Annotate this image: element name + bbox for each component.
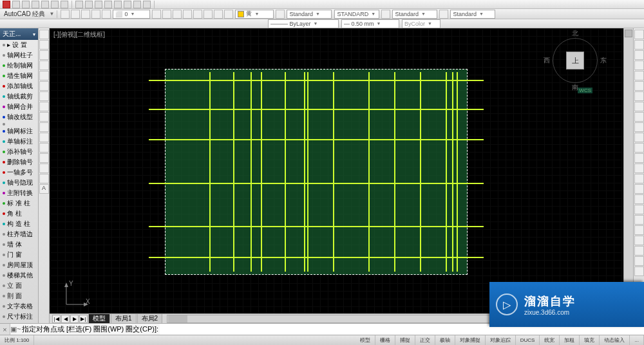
tab-model[interactable]: 模型 [88, 313, 110, 324]
tangent-item[interactable]: 柱齐墙边 [0, 229, 38, 239]
status-toggle[interactable]: 正交 [415, 335, 435, 345]
scale-icon[interactable] [634, 133, 644, 142]
trim-icon[interactable] [634, 91, 644, 101]
qat-open-icon[interactable] [22, 1, 30, 8]
rotate-icon[interactable] [634, 50, 644, 60]
move-icon[interactable] [634, 30, 644, 39]
status-toggle[interactable]: 填充 [580, 335, 600, 345]
textstyle-1-dropdown[interactable]: Standard▼ [287, 10, 332, 19]
status-toggle[interactable]: ... [630, 335, 644, 345]
tangent-item[interactable]: 添补轴号 [0, 147, 38, 157]
properties-icon[interactable] [634, 236, 644, 245]
tool-icon[interactable] [381, 10, 390, 19]
tangent-item[interactable]: 尺寸标注 [0, 312, 38, 322]
qat-misc-1-icon[interactable] [75, 1, 83, 8]
circle-icon[interactable] [39, 50, 49, 60]
close-cmdline-icon[interactable]: × [0, 324, 10, 335]
tool-icon[interactable] [214, 10, 223, 19]
align-icon[interactable] [634, 205, 644, 214]
tangent-item[interactable]: 轴线裁剪 [0, 91, 38, 102]
tool-icon[interactable] [71, 10, 80, 19]
viewcube[interactable]: 上 北 南 西 东 WCS [546, 32, 604, 89]
tangent-item[interactable]: 添加轴线 [0, 81, 38, 91]
tool-icon[interactable] [183, 10, 192, 19]
tangent-item[interactable]: 标 准 柱 [0, 198, 38, 209]
qat-misc-7-icon[interactable] [133, 1, 141, 8]
insert-icon[interactable] [39, 143, 49, 153]
region-icon[interactable] [39, 163, 49, 173]
vertical-scrollbar[interactable] [623, 28, 633, 323]
qat-save-icon[interactable] [32, 1, 39, 8]
status-toggle[interactable]: 动态输入 [600, 335, 630, 345]
tangent-item[interactable]: 立 面 [0, 281, 38, 291]
tangent-item[interactable]: 墙 体 [0, 239, 38, 250]
qat-misc-5-icon[interactable] [114, 1, 122, 8]
polygon-icon[interactable] [39, 81, 49, 91]
qat-plot-icon[interactable] [41, 1, 49, 8]
tab-layout2[interactable]: 布局2 [137, 313, 163, 324]
spline-icon[interactable] [39, 102, 49, 111]
qat-misc-2-icon[interactable] [85, 1, 93, 8]
plotstyle-dropdown[interactable]: ByColor▼ [402, 19, 440, 28]
app-menu-icon[interactable] [3, 1, 10, 8]
rectangle-icon[interactable] [39, 71, 49, 80]
tool-icon[interactable] [102, 10, 111, 19]
tangent-panel-title[interactable]: 天正...▾ [0, 28, 38, 40]
chamfer-icon[interactable] [634, 122, 644, 132]
tab-next-icon[interactable]: ▶ [70, 315, 79, 323]
tangent-item[interactable]: 房间屋顶 [0, 260, 38, 270]
tool-icon[interactable] [204, 10, 213, 19]
lineweight-dropdown[interactable]: — 0.50 mm▼ [341, 19, 399, 28]
tool-icon[interactable] [193, 10, 202, 19]
tangent-item[interactable]: 构 造 柱 [0, 219, 38, 229]
tangent-item[interactable]: 轴号隐现 [0, 178, 38, 188]
tangent-item[interactable]: 门 窗 [0, 250, 38, 260]
tab-layout1[interactable]: 布局1 [111, 313, 137, 324]
workspace-switcher[interactable]: AutoCAD 经典 [0, 10, 49, 19]
tangent-item[interactable]: 轴改线型 [0, 112, 38, 122]
explode-icon[interactable] [634, 153, 644, 163]
other-icon[interactable] [634, 266, 644, 276]
color-dropdown[interactable]: 黄 ▼ [235, 10, 274, 19]
tangent-item[interactable]: 轴网柱子 [0, 50, 38, 61]
ellipse-icon[interactable] [39, 91, 49, 101]
qat-misc-3-icon[interactable] [95, 1, 102, 8]
join-icon[interactable] [634, 174, 644, 183]
fillet-icon[interactable] [634, 112, 644, 122]
lengthen-icon[interactable] [634, 194, 644, 204]
tool-icon[interactable] [224, 10, 233, 19]
viewport-label[interactable]: [-][俯视][二维线框] [53, 30, 105, 39]
tangent-item[interactable]: 一轴多号 [0, 167, 38, 178]
hatch-icon[interactable] [39, 112, 49, 122]
array-icon[interactable] [634, 81, 644, 91]
qat-undo-icon[interactable] [51, 1, 59, 8]
erase-icon[interactable] [634, 163, 644, 173]
tangent-item[interactable]: 剖 面 [0, 291, 38, 301]
dimstyle-dropdown[interactable]: STANDARD▼ [334, 10, 379, 19]
tangent-item[interactable]: 单轴标注 [0, 136, 38, 147]
tab-last-icon[interactable]: ▶| [79, 315, 88, 323]
arc-icon[interactable] [39, 61, 49, 70]
status-toggle[interactable]: 栅格 [375, 335, 395, 345]
tablestyle-dropdown[interactable]: Standard▼ [392, 10, 437, 19]
palette-icon[interactable] [634, 256, 644, 266]
tab-first-icon[interactable]: |◀ [52, 315, 61, 323]
status-toggle[interactable]: DUCS [516, 335, 540, 345]
mirror-icon[interactable] [634, 61, 644, 70]
mleader-dropdown[interactable]: Standard▼ [450, 10, 495, 19]
mtext-icon[interactable] [39, 174, 49, 183]
measure-icon[interactable] [634, 225, 644, 235]
tool-icon[interactable] [81, 10, 90, 19]
tangent-item[interactable]: 轴网合并 [0, 102, 38, 112]
text-icon[interactable] [39, 184, 49, 194]
status-toggle[interactable]: 线宽 [540, 335, 560, 345]
copy-icon[interactable] [634, 40, 644, 50]
status-toggle[interactable]: 加粗 [560, 335, 580, 345]
linetype-dropdown[interactable]: ——— ByLayer▼ [268, 19, 339, 28]
tool-icon[interactable] [61, 10, 70, 19]
status-toggle[interactable]: 捕捉 [395, 335, 415, 345]
layer-dropdown[interactable]: ⬜ 0 ▼ [113, 10, 150, 19]
qat-redo-icon[interactable] [61, 1, 68, 8]
tool-icon[interactable] [276, 10, 285, 19]
drawing-canvas[interactable]: [-][俯视][二维线框] Y X 上 [50, 28, 623, 313]
